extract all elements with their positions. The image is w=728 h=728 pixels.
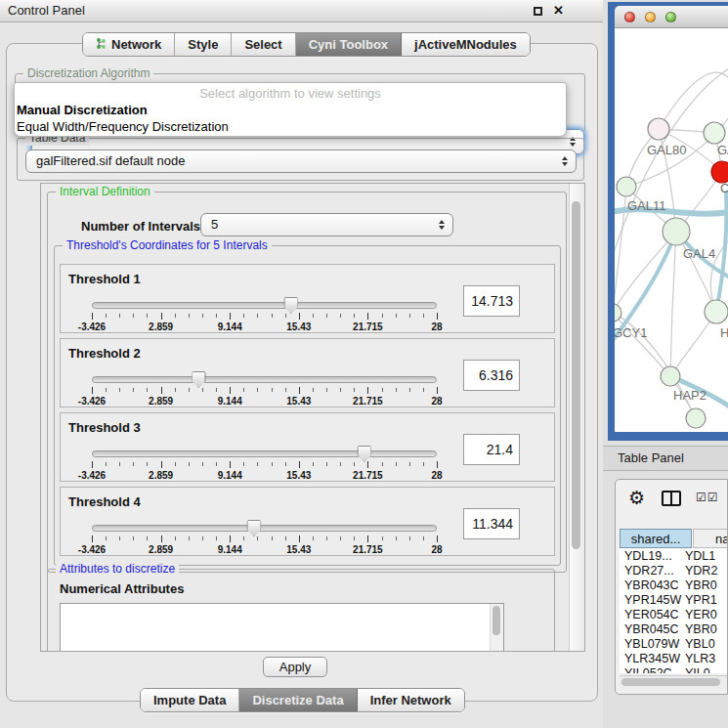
table-horizontal-scrollbar[interactable] xyxy=(620,675,727,689)
network-node[interactable] xyxy=(648,118,669,140)
select-columns-icon[interactable]: ☑☑ xyxy=(696,491,719,504)
network-node[interactable] xyxy=(661,366,680,386)
node-table-container: ⚙ ☑☑ shared... na YDL19... YDL1 YDR27...… xyxy=(615,479,728,695)
column-layout-icon[interactable] xyxy=(662,491,681,506)
tab[interactable]: Infer Network xyxy=(358,689,464,711)
network-node[interactable] xyxy=(705,300,728,323)
window-title: Control Panel xyxy=(8,0,85,21)
table-row[interactable]: YBR043C YBR0 xyxy=(620,578,727,593)
table-rows: YDL19... YDL1 YDR27... YDR2 YBR043C YBR0… xyxy=(620,549,727,673)
tick-label: 28 xyxy=(431,470,442,481)
tick-label: 21.715 xyxy=(353,396,383,407)
node-table: shared... na YDL19... YDL1 YDR27... YDR2… xyxy=(620,529,727,673)
gear-icon[interactable]: ⚙ xyxy=(628,487,645,509)
network-edge[interactable] xyxy=(615,313,670,376)
tick-label: 2.859 xyxy=(149,321,173,332)
threshold-value-field[interactable]: 21.4 xyxy=(463,434,520,465)
network-node[interactable] xyxy=(711,161,728,183)
network-edge[interactable] xyxy=(670,232,676,376)
table-row[interactable]: YBL079W YBL0 xyxy=(620,637,727,652)
scrollbar-thumb[interactable] xyxy=(492,606,500,635)
combo-value: galFiltered.sif default node xyxy=(36,150,185,172)
tick-label: 15.43 xyxy=(286,470,311,481)
zoom-traffic-light-icon[interactable] xyxy=(665,12,676,22)
tab[interactable]: Style xyxy=(175,33,232,56)
slider-knob[interactable] xyxy=(357,446,371,462)
network-node[interactable] xyxy=(663,218,690,245)
threshold-panel: Threshold 1 -3.4262.8599.14415.4321.7152… xyxy=(60,264,555,333)
network-canvas[interactable]: GAL80GACGAL11GAL4GCY1HHAP2 xyxy=(615,28,728,432)
threshold-value-field[interactable]: 14.713 xyxy=(463,285,520,317)
table-row[interactable]: YIL052C YIL0 xyxy=(620,666,727,673)
table-row[interactable]: YLR345W YLR3 xyxy=(620,652,727,666)
threshold-slider[interactable]: -3.4262.8599.14415.4321.71528 xyxy=(92,302,437,331)
slider-track[interactable] xyxy=(92,450,437,457)
threshold-slider[interactable]: -3.4262.8599.14415.4321.71528 xyxy=(92,525,437,554)
network-node[interactable] xyxy=(617,177,636,196)
table-row[interactable]: YER054C YER0 xyxy=(620,608,727,622)
slider-tick-labels: -3.4262.8599.14415.4321.71528 xyxy=(92,321,437,333)
number-of-intervals-combobox[interactable]: 5 xyxy=(200,213,453,236)
tab[interactable]: Select xyxy=(232,33,295,56)
slider-knob[interactable] xyxy=(246,520,261,536)
network-node[interactable] xyxy=(615,304,621,321)
network-graph[interactable]: GAL80GACGAL11GAL4GCY1HHAP2 xyxy=(615,28,728,432)
slider-track[interactable] xyxy=(92,302,437,309)
group-title: Interval Definition xyxy=(56,185,154,199)
table-row[interactable]: YDL19... YDL1 xyxy=(620,549,727,564)
threshold-value-field[interactable]: 11.344 xyxy=(463,508,520,539)
tick-label: -3.426 xyxy=(78,396,106,407)
slider-track[interactable] xyxy=(92,525,437,532)
tick-label: 9.144 xyxy=(218,321,242,332)
panel-scrollbar[interactable] xyxy=(569,184,584,651)
thresholds-group: Threshold's Coordinates for 5 Intervals … xyxy=(54,245,561,566)
numerical-attributes-label: Numerical Attributes xyxy=(60,581,184,596)
algorithm-option[interactable]: Manual Discretization xyxy=(15,102,566,118)
float-window-icon[interactable] xyxy=(534,7,542,16)
column-header-name[interactable]: na xyxy=(693,529,727,548)
table-row[interactable]: YBR045C YBR0 xyxy=(620,622,727,637)
tick-label: 15.43 xyxy=(286,396,311,407)
threshold-label: Threshold 3 xyxy=(68,420,141,435)
control-panel-tabs: Network Style Select Cyni Toolbox jActiv… xyxy=(82,32,531,57)
network-node[interactable] xyxy=(704,122,725,144)
slider-tick-labels: -3.4262.8599.14415.4321.71528 xyxy=(92,396,437,407)
tab[interactable]: Discretize Data xyxy=(239,689,357,711)
numerical-attributes-list xyxy=(60,603,504,652)
scrollbar-thumb[interactable] xyxy=(572,201,580,549)
tab[interactable]: jActiveMNodules xyxy=(402,33,530,56)
table-data-combobox[interactable]: galFiltered.sif default node xyxy=(25,150,577,173)
table-row[interactable]: YDR27... YDR2 xyxy=(620,564,727,578)
group-title: Attributes to discretize xyxy=(56,562,179,577)
apply-button[interactable]: Apply xyxy=(263,657,327,677)
dropdown-placeholder: Select algorithm to view settings xyxy=(15,85,566,102)
tick-label: 9.144 xyxy=(218,544,242,555)
threshold-slider[interactable]: -3.4262.8599.14415.4321.71528 xyxy=(92,450,437,480)
slider-track[interactable] xyxy=(92,376,437,383)
combo-arrows-icon xyxy=(439,220,445,230)
tab[interactable]: Cyni Toolbox xyxy=(296,33,402,56)
slider-knob[interactable] xyxy=(192,371,206,388)
network-node[interactable] xyxy=(686,408,706,428)
tick-label: 21.715 xyxy=(353,544,383,555)
close-traffic-light-icon[interactable] xyxy=(624,12,635,22)
scrollbar-thumb[interactable] xyxy=(621,678,720,686)
slider-knob[interactable] xyxy=(283,297,298,314)
table-row[interactable]: YPR145W YPR1 xyxy=(620,593,727,608)
tab[interactable]: Impute Data xyxy=(141,689,239,711)
network-window-titlebar[interactable] xyxy=(615,6,728,28)
combo-arrows-icon xyxy=(562,156,568,166)
node-label: GAL11 xyxy=(627,198,666,213)
tick-label: 21.715 xyxy=(353,470,383,481)
list-scrollbar[interactable] xyxy=(490,604,503,652)
column-header-shared-name[interactable]: shared... xyxy=(620,529,692,548)
threshold-slider[interactable]: -3.4262.8599.14415.4321.71528 xyxy=(92,376,437,406)
algorithm-option[interactable]: Equal Width/Frequency Discretization xyxy=(15,118,566,135)
network-view-window: GAL80GACGAL11GAL4GCY1HHAP2 xyxy=(608,2,728,441)
tab[interactable]: Network xyxy=(83,33,175,56)
threshold-value-field[interactable]: 6.316 xyxy=(463,360,520,391)
network-edge[interactable] xyxy=(615,232,676,313)
close-icon[interactable]: ✕ xyxy=(553,3,564,18)
node-label: C xyxy=(720,181,728,195)
minimize-traffic-light-icon[interactable] xyxy=(645,12,656,22)
